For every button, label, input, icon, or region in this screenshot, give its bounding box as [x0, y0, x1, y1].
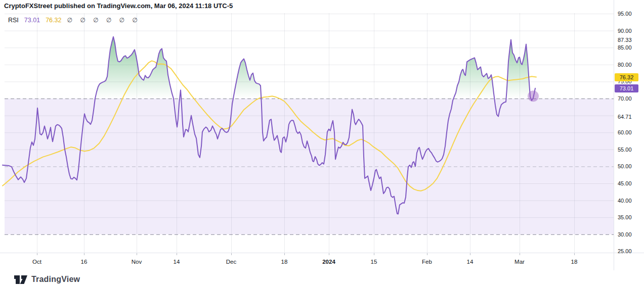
y-axis-label: 87.33	[618, 37, 632, 43]
y-axis-label: 45.00	[618, 180, 632, 187]
x-axis-label: 14	[467, 259, 474, 265]
x-axis-label: Mar	[514, 259, 525, 265]
last-value-marker	[528, 90, 539, 102]
x-axis-label: 2024	[322, 259, 335, 265]
y-axis-label: 70.00	[618, 95, 632, 102]
rsi-current-value: 73.01	[24, 17, 40, 24]
x-axis-label: Oct	[32, 259, 41, 265]
y-axis-label: 35.00	[618, 214, 632, 221]
x-axis-label: 14	[174, 259, 180, 265]
y-axis-label: 80.00	[618, 62, 632, 68]
x-axis-label: Dec	[226, 259, 236, 265]
x-axis-label: 16	[81, 259, 88, 265]
indicator-params: ∅ ∅ ∅ ∅ ∅ ∅	[67, 17, 140, 24]
chart-plot-area[interactable]	[0, 0, 644, 287]
footer: TradingView	[14, 273, 80, 285]
y-axis-label: 95.00	[618, 11, 632, 17]
tradingview-brand-text[interactable]: TradingView	[31, 275, 80, 284]
x-axis-label: 18	[281, 259, 288, 265]
y-axis-label: 50.00	[618, 163, 632, 170]
rsi-ma-value-badge: 76.32	[615, 73, 638, 81]
rsi-ma-current-value: 76.32	[46, 17, 61, 24]
rsi-value-badge: 73.01	[615, 84, 638, 92]
tradingview-rsi-chart: CryptoFXStreet published on TradingView.…	[0, 0, 644, 287]
x-axis-label: 18	[571, 259, 578, 265]
tradingview-logo-icon[interactable]	[14, 273, 28, 285]
indicator-name: RSI	[8, 17, 19, 24]
indicator-legend: RSI 73.01 76.32 ∅ ∅ ∅ ∅ ∅ ∅	[8, 17, 141, 24]
y-axis-label: 55.00	[618, 147, 632, 153]
y-axis-label: 64.71	[618, 114, 632, 120]
y-axis-label: 60.00	[618, 129, 632, 136]
y-axis-label: 30.00	[618, 231, 632, 238]
x-axis-label: 15	[371, 259, 377, 265]
y-axis-label: 40.00	[618, 198, 632, 204]
y-axis-label: 85.00	[618, 44, 632, 51]
y-axis-label: 90.00	[618, 28, 632, 34]
x-axis-label: Feb	[422, 259, 432, 265]
y-axis-label: 25.00	[618, 248, 632, 255]
x-axis-label: Nov	[132, 259, 142, 265]
